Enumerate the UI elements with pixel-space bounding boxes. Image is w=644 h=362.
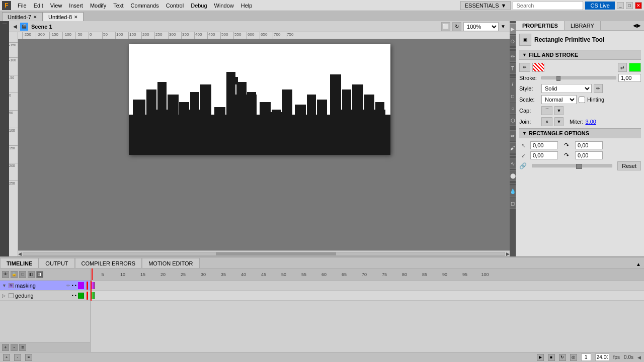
menu-edit[interactable]: Edit [30, 2, 47, 10]
cs-live-button[interactable]: CS Live [585, 2, 615, 10]
layer-expand-masking[interactable]: ▼ [2, 283, 7, 288]
tl-tab-output[interactable]: OUTPUT [39, 258, 74, 268]
hinting-checkbox[interactable] [579, 97, 585, 103]
h-scroll-track[interactable] [23, 252, 505, 256]
join-style-icon[interactable]: ∧ [541, 117, 552, 126]
stop-status-btn[interactable]: ■ [548, 354, 555, 361]
essentials-button[interactable]: ESSENTIALS ▼ [460, 1, 511, 10]
reset-button[interactable]: Reset [617, 161, 641, 170]
menu-view[interactable]: View [47, 2, 66, 10]
menu-help[interactable]: Help [237, 2, 256, 10]
tl-tab-timeline[interactable]: TIMELINE [0, 258, 39, 268]
zoom-select[interactable]: 100% 50% 200% [463, 22, 499, 31]
gedung-dot2: • [75, 293, 76, 298]
style-select[interactable]: Solid Dashed Dotted [541, 84, 592, 93]
corner-br-input[interactable] [575, 151, 603, 159]
h-mark-3: -150 [49, 32, 58, 39]
lock-icon[interactable]: 🔗 [519, 162, 527, 169]
tab-properties[interactable]: PROPERTIES [516, 21, 565, 30]
lock-layer-icon[interactable]: 🔒 [11, 271, 18, 278]
h-mark-2: -200 [36, 32, 45, 39]
scene-back-arrow[interactable]: ◀ [13, 24, 17, 29]
add-layer-btn[interactable]: + [2, 344, 9, 351]
canvas-viewport[interactable] [18, 39, 510, 250]
frame-icon[interactable]: ◧ [28, 271, 35, 278]
fill-stroke-section[interactable]: ▼ FILL AND STROKE [519, 50, 641, 60]
stroke-slider[interactable] [541, 76, 616, 79]
scroll-right-arrow[interactable]: ▶ [506, 251, 510, 256]
fps-input[interactable] [595, 353, 609, 361]
menu-file[interactable]: File [14, 2, 30, 10]
frame-5: 5 [93, 272, 113, 277]
tab-library[interactable]: LIBRARY [565, 21, 601, 30]
swap-icon[interactable]: ⇄ [618, 63, 627, 72]
menu-control[interactable]: Control [163, 2, 187, 10]
playhead[interactable] [92, 268, 93, 280]
tab-untitled8[interactable]: Untitled-8 ✕ [43, 12, 84, 21]
layer-expand-gedung[interactable]: ▷ [2, 293, 7, 298]
rotate-icon[interactable]: ↻ [452, 22, 461, 31]
tab-close-7[interactable]: ✕ [33, 15, 37, 20]
fill-pencil-icon[interactable]: ✏ [519, 63, 530, 72]
cap-style-icon[interactable]: ⌒ [541, 106, 552, 115]
menu-modify[interactable]: Modify [87, 2, 110, 10]
add-motion-btn[interactable]: ≡ [19, 344, 26, 351]
frame-number-input[interactable] [581, 353, 591, 361]
menu-window[interactable]: Window [211, 2, 237, 10]
fill-color-green[interactable] [629, 63, 641, 72]
scale-select[interactable]: Normal Horizontal Vertical None [541, 95, 577, 104]
tab-close-8[interactable]: ✕ [74, 15, 78, 20]
layer-masking[interactable]: ▼ M masking ✏ • • [0, 281, 90, 291]
active-frame-icon[interactable]: ◨ [36, 271, 43, 278]
masking-edit-icon[interactable]: ✏ [66, 283, 70, 288]
cap-dropdown[interactable]: ▼ [554, 106, 564, 115]
maximize-button[interactable]: □ [626, 2, 633, 9]
frame-25: 25 [173, 272, 193, 277]
svg-rect-6 [179, 102, 189, 155]
minimize-button[interactable]: _ [617, 2, 624, 9]
outline-icon[interactable]: □ [19, 271, 26, 278]
delete-layer-status-btn[interactable]: - [14, 354, 21, 361]
search-input[interactable] [513, 1, 583, 10]
zoom-dropdown-arrow[interactable]: ▼ [501, 24, 506, 29]
fill-color-strikethrough[interactable] [532, 63, 544, 72]
left-ruler-panel: │ [0, 21, 9, 256]
timeline-scroll-arrow[interactable]: ◀ [637, 355, 641, 360]
loop-status-btn[interactable]: ↻ [559, 354, 566, 361]
tab-untitled7[interactable]: Untitled-7 ✕ [2, 12, 43, 21]
h-scroll-thumb[interactable] [216, 252, 336, 255]
menu-debug[interactable]: Debug [187, 2, 210, 10]
stroke-value-input[interactable] [618, 74, 641, 82]
menu-text[interactable]: Text [110, 2, 127, 10]
scroll-left-arrow[interactable]: ◀ [18, 251, 22, 256]
add-layer-status-btn[interactable]: + [3, 354, 10, 361]
gedung-track[interactable] [91, 291, 644, 301]
style-edit-icon[interactable]: ✏ [594, 84, 603, 93]
delete-layer-btn[interactable]: - [11, 344, 18, 351]
join-dropdown[interactable]: ▼ [554, 117, 564, 126]
tl-tab-motion[interactable]: MOTION EDITOR [142, 258, 199, 268]
eye-icon[interactable]: 👁 [2, 271, 9, 278]
miter-value[interactable]: 3,00 [586, 119, 596, 125]
tl-tab-compiler[interactable]: COMPILER ERRORS [75, 258, 142, 268]
corner-tl-input[interactable] [530, 141, 558, 149]
menu-commands[interactable]: Commands [127, 2, 162, 10]
props-collapse[interactable]: ◀▶ [630, 21, 644, 30]
menu-insert[interactable]: Insert [65, 2, 87, 10]
corner-slider[interactable] [532, 164, 612, 167]
layer-gedung[interactable]: ▷ gedung • • [0, 291, 90, 301]
masking-track[interactable] [91, 281, 644, 291]
timeline-collapse-btn[interactable]: ▲ [633, 260, 644, 268]
corner-bl-input[interactable] [530, 151, 558, 159]
stroke-thumb[interactable] [556, 76, 560, 81]
miter-label: Miter: [570, 119, 584, 125]
rect-options-section[interactable]: ▼ RECTANGLE OPTIONS [519, 128, 641, 138]
onion-status-btn[interactable]: ◎ [570, 354, 577, 361]
play-status-btn[interactable]: ▶ [537, 354, 544, 361]
corner-top-row: ↖ ↷ [519, 141, 641, 149]
corner-tr-input[interactable] [575, 141, 603, 149]
options-status-btn[interactable]: ≡ [25, 354, 32, 361]
corner-thumb[interactable] [576, 164, 582, 169]
fit-icon[interactable]: ⬜ [441, 22, 450, 31]
close-button[interactable]: ✕ [635, 2, 642, 9]
